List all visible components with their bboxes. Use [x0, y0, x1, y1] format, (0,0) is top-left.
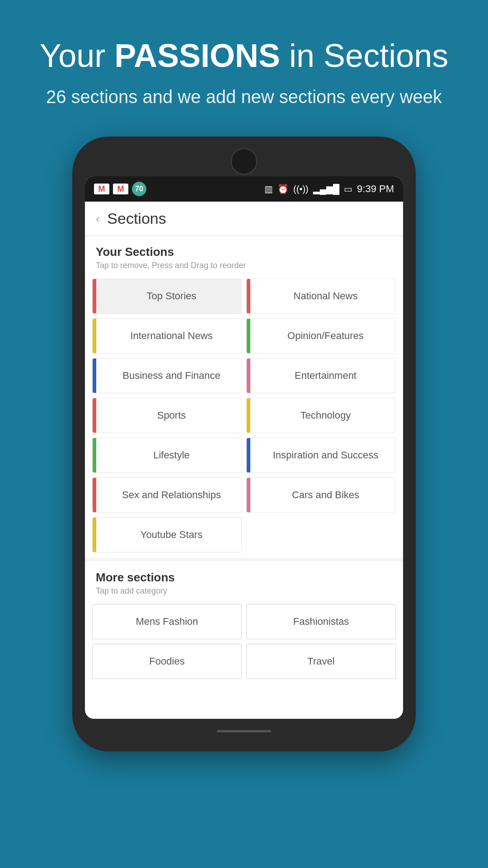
- section-label-business-finance: Business and Finance: [93, 370, 241, 382]
- section-international-news[interactable]: International News: [92, 318, 242, 354]
- hero-section: Your PASSIONS in Sections 26 sections an…: [0, 0, 488, 137]
- section-label-sex-relationships: Sex and Relationships: [93, 489, 241, 501]
- section-technology[interactable]: Technology: [246, 398, 396, 433]
- status-bar: M M 70 ▥ ⏰ ((•)) ▂▄▆█ ▭ 9:39 PM: [85, 176, 403, 202]
- section-youtube-stars[interactable]: Youtube Stars: [92, 517, 242, 552]
- section-label-national-news: National News: [247, 290, 395, 302]
- more-sections-group: More sections Tap to add category Mens F…: [85, 561, 403, 692]
- section-entertainment[interactable]: Entertainment: [246, 358, 396, 393]
- screen-content: Your Sections Tap to remove, Press and D…: [85, 236, 403, 692]
- color-bar-yellow: [93, 319, 96, 353]
- color-bar-pink: [247, 359, 250, 393]
- color-bar-blue-2: [247, 438, 250, 472]
- phone-mockup: M M 70 ▥ ⏰ ((•)) ▂▄▆█ ▭ 9:39 PM ‹ Sect: [72, 137, 416, 751]
- hero-title: Your PASSIONS in Sections: [27, 36, 461, 75]
- color-bar-yellow-3: [93, 518, 96, 552]
- more-section-label-foodies: Foodies: [149, 656, 184, 667]
- your-sections-title: Your Sections: [96, 245, 392, 259]
- more-sections-grid: Mens Fashion Fashionistas Foodies Travel: [85, 599, 403, 684]
- hero-title-suffix: in Sections: [280, 38, 448, 74]
- more-section-mens-fashion[interactable]: Mens Fashion: [92, 604, 242, 639]
- vibrate-icon: ▥: [264, 184, 273, 194]
- section-cars-bikes[interactable]: Cars and Bikes: [246, 477, 396, 513]
- page-title: Sections: [107, 210, 166, 227]
- more-section-label-fashionistas: Fashionistas: [293, 616, 349, 627]
- section-label-technology: Technology: [247, 410, 395, 421]
- color-bar-pink-2: [247, 478, 250, 512]
- back-button[interactable]: ‹: [96, 212, 100, 226]
- section-inspiration-success[interactable]: Inspiration and Success: [246, 438, 396, 473]
- gmail-icon-2: M: [113, 184, 128, 194]
- section-national-news[interactable]: National News: [246, 278, 396, 314]
- section-lifestyle[interactable]: Lifestyle: [92, 438, 242, 473]
- color-bar-red: [93, 279, 96, 313]
- color-bar-red-3: [93, 398, 96, 433]
- more-sections-subtitle: Tap to add category: [96, 586, 392, 596]
- section-label-top-stories: Top Stories: [93, 290, 241, 302]
- your-sections-grid: Top Stories National News International …: [85, 273, 403, 558]
- phone-screen: M M 70 ▥ ⏰ ((•)) ▂▄▆█ ▭ 9:39 PM ‹ Sect: [85, 176, 403, 719]
- more-section-fashionistas[interactable]: Fashionistas: [246, 604, 396, 639]
- signal-icon: ▂▄▆█: [313, 184, 339, 194]
- your-sections-subtitle: Tap to remove, Press and Drag to reorder: [96, 261, 392, 270]
- section-label-lifestyle: Lifestyle: [93, 449, 241, 461]
- section-label-international-news: International News: [93, 330, 241, 342]
- your-sections-group: Your Sections Tap to remove, Press and D…: [85, 236, 403, 558]
- phone-camera: [230, 148, 258, 175]
- home-indicator: [217, 730, 271, 732]
- color-bar-green-2: [93, 438, 96, 472]
- color-bar-blue: [93, 359, 96, 393]
- section-label-entertainment: Entertainment: [247, 370, 395, 382]
- app-header: ‹ Sections: [85, 202, 403, 236]
- section-label-opinion-features: Opinion/Features: [247, 330, 395, 342]
- more-section-travel[interactable]: Travel: [246, 644, 396, 679]
- more-section-foodies[interactable]: Foodies: [92, 644, 242, 679]
- phone-bottom-bar: [85, 724, 403, 738]
- section-label-cars-bikes: Cars and Bikes: [247, 489, 395, 501]
- section-label-inspiration-success: Inspiration and Success: [247, 449, 395, 461]
- color-bar-red-2: [247, 279, 250, 313]
- section-top-stories[interactable]: Top Stories: [92, 278, 242, 314]
- wifi-icon: ((•)): [293, 184, 309, 194]
- color-bar-yellow-2: [247, 398, 250, 433]
- alarm-icon: ⏰: [277, 184, 289, 194]
- section-opinion-features[interactable]: Opinion/Features: [246, 318, 396, 354]
- hero-title-highlight: PASSIONS: [114, 38, 280, 74]
- section-sex-relationships[interactable]: Sex and Relationships: [92, 477, 242, 513]
- hero-title-prefix: Your: [40, 38, 114, 74]
- your-sections-header: Your Sections Tap to remove, Press and D…: [85, 236, 403, 273]
- more-section-label-travel: Travel: [307, 656, 334, 667]
- section-label-sports: Sports: [93, 410, 241, 421]
- hero-subtitle: 26 sections and we add new sections ever…: [27, 84, 461, 109]
- notification-badge: 70: [132, 182, 146, 196]
- status-right-icons: ▥ ⏰ ((•)) ▂▄▆█ ▭ 9:39 PM: [264, 183, 394, 195]
- status-left-icons: M M 70: [94, 182, 146, 196]
- battery-icon: ▭: [344, 184, 352, 194]
- status-time: 9:39 PM: [357, 183, 394, 195]
- section-business-finance[interactable]: Business and Finance: [92, 358, 242, 393]
- color-bar-green: [247, 319, 250, 353]
- section-label-youtube-stars: Youtube Stars: [93, 529, 241, 541]
- phone-notch: [85, 150, 403, 173]
- more-sections-title: More sections: [96, 571, 392, 585]
- section-sports[interactable]: Sports: [92, 398, 242, 433]
- color-bar-red-4: [93, 478, 96, 512]
- gmail-icon-1: M: [94, 184, 109, 194]
- more-sections-header: More sections Tap to add category: [85, 561, 403, 599]
- more-section-label-mens-fashion: Mens Fashion: [136, 616, 198, 627]
